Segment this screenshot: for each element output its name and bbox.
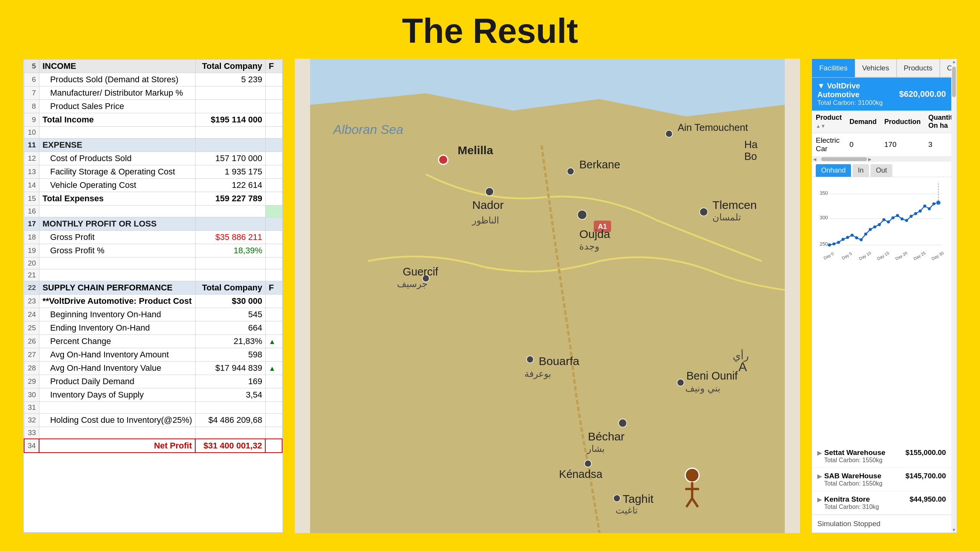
main-content: 5 INCOME Total Company F 6 Products Sold… — [0, 59, 980, 533]
table-row: 19 Gross Profit % 18,39% — [24, 244, 282, 258]
sab-warehouse-item[interactable]: ▶ SAB WareHouse Total Carbon: 1550kg $14… — [812, 468, 951, 491]
table-row: 31 — [24, 402, 282, 414]
svg-text:بني ونيف: بني ونيف — [685, 383, 720, 394]
svg-text:بشار: بشار — [586, 443, 605, 454]
expand-icon-2[interactable]: ▶ — [817, 473, 822, 480]
horiz-scrollbar-thumb[interactable] — [821, 157, 867, 161]
svg-text:A: A — [738, 360, 747, 374]
main-facility-header: ▼ VoltDrive Automotive Total Carbon: 310… — [812, 78, 951, 111]
svg-text:Nador: Nador — [472, 199, 503, 211]
right-panel: ▲ ▼ Facilities Vehicles Products Console… — [812, 59, 957, 533]
svg-point-16 — [578, 210, 587, 219]
svg-point-11 — [485, 187, 493, 196]
svg-point-59 — [846, 236, 849, 239]
settat-warehouse-item[interactable]: ▶ Settat Warehouse Total Carbon: 1550kg … — [812, 445, 951, 468]
svg-point-75 — [919, 209, 922, 212]
product-table-header: Product ▲▼ Demand Production Quantity On… — [812, 111, 957, 133]
table-row: 14 Vehicle Operating Cost 122 614 — [24, 179, 282, 192]
svg-text:Day 10: Day 10 — [858, 251, 872, 261]
svg-point-58 — [841, 238, 844, 241]
main-facility-carbon: Total Carbon: 31000kg — [817, 99, 899, 107]
sort-arrow-icon[interactable]: ▲▼ — [816, 123, 826, 129]
left-arrow-icon[interactable]: ◀ — [812, 157, 817, 162]
svg-point-25 — [527, 356, 534, 363]
svg-point-34 — [585, 460, 591, 467]
svg-text:Bouarfa: Bouarfa — [539, 355, 579, 367]
svg-text:Berkane: Berkane — [579, 158, 620, 171]
svg-text:وجدة: وجدة — [579, 241, 599, 252]
product-col-header: Product — [816, 114, 842, 121]
scroll-up-button[interactable]: ▲ — [951, 59, 957, 64]
svg-text:350: 350 — [820, 190, 828, 196]
table-row: 15 Total Expenses 159 227 789 — [24, 192, 282, 205]
settat-warehouse-carbon: Total Carbon: 1550kg — [824, 457, 885, 464]
table-row: 6 Products Sold (Demand at Stores) 5 239 — [24, 73, 282, 86]
svg-point-31 — [677, 379, 684, 386]
table-row: 17 MONTHLY PROFIT OR LOSS — [24, 217, 282, 231]
horizontal-scrollbar[interactable]: ◀ ▶ — [812, 156, 951, 162]
sub-tab-onhand[interactable]: Onhand — [816, 164, 851, 177]
svg-text:تلمسان: تلمسان — [712, 212, 741, 222]
table-row: 7 Manufacturer/ Distributor Markup % — [24, 86, 282, 100]
table-row: 30 Inventory Days of Supply 3,54 — [24, 388, 282, 402]
svg-text:Day 30: Day 30 — [931, 251, 944, 261]
vertical-scrollbar[interactable]: ▲ ▼ — [951, 59, 957, 533]
scroll-down-button[interactable]: ▼ — [951, 527, 957, 533]
svg-point-55 — [828, 243, 831, 246]
expand-icon-3[interactable]: ▶ — [817, 496, 822, 503]
net-profit-label: Net Profit — [39, 439, 195, 453]
tab-facilities[interactable]: Facilities — [812, 59, 855, 77]
svg-text:Kénadsa: Kénadsa — [559, 468, 602, 480]
tab-products[interactable]: Products — [897, 59, 940, 77]
sab-warehouse-name: SAB WareHouse — [824, 472, 882, 480]
net-profit-row: 34 Net Profit $31 400 001,32 — [24, 439, 282, 453]
table-row: 10 — [24, 127, 282, 139]
table-row: 25 Ending Inventory On-Hand 664 — [24, 321, 282, 335]
kenitra-store-price: $44,950.00 — [910, 495, 946, 504]
green-triangle-icon-2: ▲ — [269, 365, 276, 372]
svg-text:Day 25: Day 25 — [913, 251, 926, 261]
svg-point-60 — [851, 234, 854, 237]
settat-warehouse-price: $155,000.00 — [905, 448, 946, 457]
tab-vehicles[interactable]: Vehicles — [855, 59, 897, 77]
simulation-status: Simulation Stopped — [812, 515, 951, 533]
svg-point-66 — [878, 223, 881, 226]
scrollbar-thumb[interactable] — [952, 67, 956, 97]
svg-point-61 — [855, 236, 858, 240]
sub-tab-out[interactable]: Out — [871, 164, 892, 177]
table-row: 13 Facility Storage & Operating Cost 1 9… — [24, 165, 282, 179]
svg-text:Day 20: Day 20 — [894, 251, 908, 261]
product-row: Electric Car 0 170 3 — [812, 133, 957, 156]
total-company-label: Total Company — [195, 60, 265, 73]
green-triangle-icon: ▲ — [269, 338, 276, 346]
svg-text:Béchar: Béchar — [588, 430, 625, 443]
kenitra-store-item[interactable]: ▶ Kenitra Store Total Carbon: 310kg $44,… — [812, 491, 951, 515]
table-row: 8 Product Sales Price — [24, 100, 282, 113]
svg-point-43 — [685, 468, 699, 482]
table-row: 24 Beginning Inventory On-Hand 545 — [24, 308, 282, 321]
kenitra-store-name: Kenitra Store — [824, 495, 879, 504]
svg-text:بوعرفة: بوعرفة — [524, 368, 551, 379]
svg-point-65 — [873, 225, 876, 228]
svg-point-69 — [892, 216, 895, 219]
svg-text:Oujda: Oujda — [579, 228, 610, 240]
right-arrow-icon[interactable]: ▶ — [867, 157, 872, 162]
table-row: 18 Gross Profit $35 886 211 — [24, 231, 282, 244]
net-profit-value: $31 400 001,32 — [195, 439, 265, 453]
product-production: 170 — [880, 133, 924, 156]
map-panel: A1 Melilla Ain Temouchent Nador الناظور … — [295, 59, 800, 533]
svg-text:Guercif: Guercif — [403, 266, 439, 278]
svg-text:Day 15: Day 15 — [876, 251, 890, 261]
svg-point-72 — [905, 219, 908, 222]
svg-point-78 — [932, 202, 935, 205]
svg-text:Tlemcen: Tlemcen — [712, 199, 757, 211]
inventory-chart: 350 300 250 — [817, 181, 946, 265]
expand-icon[interactable]: ▶ — [817, 449, 822, 456]
table-row: 26 Percent Change 21,83% ▲ — [24, 335, 282, 348]
svg-text:الناظور: الناظور — [472, 215, 499, 226]
svg-text:Beni Ounif: Beni Ounif — [686, 370, 738, 382]
sub-tab-in[interactable]: In — [853, 164, 869, 177]
svg-text:300: 300 — [820, 215, 828, 220]
svg-text:Ha: Ha — [744, 139, 758, 150]
svg-point-63 — [864, 233, 867, 236]
